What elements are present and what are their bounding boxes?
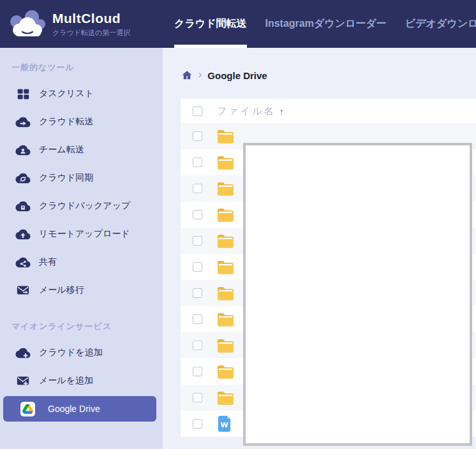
sidebar-item-label: Google Drive bbox=[48, 404, 100, 414]
folder-icon bbox=[217, 391, 234, 405]
cloud-upload-icon bbox=[14, 226, 32, 242]
folder-icon bbox=[217, 313, 234, 327]
folder-icon bbox=[217, 339, 234, 353]
word-doc-icon: W bbox=[217, 416, 232, 432]
top-nav: クラウド間転送Instagramダウンローダービデオダウンローダー bbox=[174, 0, 476, 48]
app-tagline: クラウド転送の第一選択 bbox=[52, 28, 130, 38]
cloud-share-icon bbox=[14, 254, 32, 270]
sidebar-item-remote-upload[interactable]: リモートアップロード bbox=[0, 220, 163, 248]
cloud-team-icon bbox=[14, 142, 32, 158]
select-all-checkbox[interactable] bbox=[193, 107, 202, 116]
sidebar: 一般的なツールタスクリストクラウド転送チーム転送クラウド同期クラウドバックアップ… bbox=[0, 48, 163, 449]
breadcrumb-separator: › bbox=[198, 69, 202, 80]
sidebar-section: 一般的なツールタスクリストクラウド転送チーム転送クラウド同期クラウドバックアップ… bbox=[0, 57, 163, 304]
row-checkbox[interactable] bbox=[193, 288, 202, 298]
cloud-arrow-right-icon bbox=[14, 114, 32, 129]
sidebar-item-label: メール移行 bbox=[39, 284, 84, 296]
nav-tab-cloud-transfer[interactable]: クラウド間転送 bbox=[174, 0, 247, 48]
top-header: MultCloud クラウド転送の第一選択 クラウド間転送Instagramダウ… bbox=[0, 0, 476, 48]
breadcrumb: › Google Drive bbox=[181, 70, 476, 81]
row-checkbox[interactable] bbox=[193, 184, 202, 193]
grid-icon bbox=[14, 86, 32, 101]
row-checkbox[interactable] bbox=[193, 158, 202, 167]
cloud-backup-icon bbox=[14, 198, 32, 214]
row-checkbox[interactable] bbox=[193, 341, 202, 350]
svg-text:W: W bbox=[220, 421, 228, 429]
breadcrumb-current: Google Drive bbox=[207, 70, 267, 81]
folder-icon bbox=[217, 365, 234, 379]
sort-ascending-icon[interactable]: ↑ bbox=[279, 106, 284, 117]
sidebar-item-label: クラウドバックアップ bbox=[39, 200, 130, 212]
sidebar-item-cloud-sync[interactable]: クラウド同期 bbox=[0, 164, 163, 192]
row-checkbox[interactable] bbox=[193, 131, 202, 141]
row-checkbox[interactable] bbox=[193, 419, 202, 429]
nav-tab-video-downloader[interactable]: ビデオダウンローダー bbox=[405, 0, 476, 48]
row-checkbox[interactable] bbox=[193, 314, 202, 324]
multcloud-cloud-logo-icon bbox=[8, 8, 46, 40]
sidebar-section: マイオンラインサービスクラウドを追加メールを追加Google Drive bbox=[0, 316, 163, 422]
google-drive-icon bbox=[20, 402, 35, 416]
folder-icon bbox=[217, 234, 234, 248]
sidebar-section-title: 一般的なツール bbox=[0, 57, 163, 80]
folder-icon bbox=[217, 129, 234, 144]
app-logo[interactable]: MultCloud クラウド転送の第一選択 bbox=[8, 8, 130, 40]
folder-icon bbox=[217, 156, 234, 170]
row-checkbox[interactable] bbox=[193, 393, 202, 402]
sidebar-item-label: チーム転送 bbox=[39, 144, 84, 156]
sidebar-item-label: 共有 bbox=[39, 256, 57, 268]
sidebar-item-label: リモートアップロード bbox=[39, 228, 130, 240]
sidebar-item-add-mail[interactable]: メールを追加 bbox=[0, 367, 163, 395]
file-name-column-header: ファイル名 bbox=[217, 105, 275, 117]
sidebar-item-google-drive[interactable]: Google Drive bbox=[3, 396, 156, 422]
sidebar-item-cloud-transfer[interactable]: クラウド転送 bbox=[0, 108, 163, 136]
file-table-header[interactable]: ファイル名 ↑ bbox=[181, 99, 476, 123]
row-checkbox[interactable] bbox=[193, 210, 202, 219]
mail-arrow-icon bbox=[14, 283, 32, 298]
cloud-sync-icon bbox=[14, 170, 32, 186]
sidebar-item-team-transfer[interactable]: チーム転送 bbox=[0, 136, 163, 164]
row-checkbox[interactable] bbox=[193, 236, 202, 246]
folder-icon bbox=[217, 260, 234, 274]
nav-tab-instagram-downloader[interactable]: Instagramダウンローダー bbox=[265, 0, 387, 48]
sidebar-item-mail-migration[interactable]: メール移行 bbox=[0, 276, 163, 304]
google-drive-icon bbox=[19, 401, 36, 416]
app-title: MultCloud bbox=[52, 11, 130, 26]
sidebar-item-add-cloud[interactable]: クラウドを追加 bbox=[0, 339, 163, 367]
sidebar-item-label: クラウド転送 bbox=[39, 116, 93, 128]
row-checkbox[interactable] bbox=[193, 367, 202, 376]
sidebar-item-label: クラウドを追加 bbox=[39, 347, 103, 358]
sidebar-section-title: マイオンラインサービス bbox=[0, 316, 163, 339]
row-checkbox[interactable] bbox=[193, 262, 202, 272]
multcloud-app: MultCloud クラウド転送の第一選択 クラウド間転送Instagramダウ… bbox=[0, 0, 476, 449]
sidebar-item-task-list[interactable]: タスクリスト bbox=[0, 80, 163, 108]
sidebar-item-share[interactable]: 共有 bbox=[0, 248, 163, 276]
folder-icon bbox=[217, 286, 234, 300]
home-icon[interactable] bbox=[181, 70, 193, 81]
cloud-plus-icon bbox=[14, 345, 32, 360]
mail-plus-icon bbox=[14, 373, 32, 388]
sidebar-item-cloud-backup[interactable]: クラウドバックアップ bbox=[0, 192, 163, 220]
empty-overlay-box bbox=[243, 143, 472, 446]
folder-icon bbox=[217, 208, 234, 222]
sidebar-item-label: メールを追加 bbox=[39, 375, 93, 386]
folder-icon bbox=[217, 182, 234, 196]
sidebar-item-label: タスクリスト bbox=[39, 88, 94, 99]
sidebar-item-label: クラウド同期 bbox=[39, 172, 93, 184]
